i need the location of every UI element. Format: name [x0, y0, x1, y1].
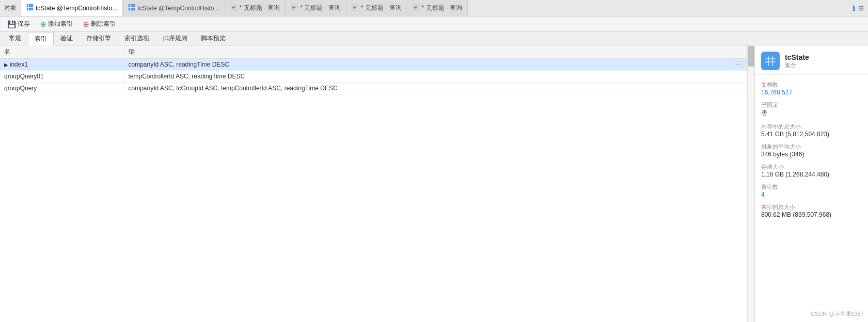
row2-key: tempControllerId ASC, readingTime DESC [124, 71, 747, 83]
collection-header: tcState 集合 [755, 45, 868, 75]
grid-icon[interactable]: ⊞ [858, 4, 864, 12]
row3-key: companyId ASC, tcGroupId ASC, tempContro… [124, 83, 747, 94]
tab-bar: 对象 tcState @TempControlHisto... tcSt [0, 0, 868, 17]
tab-storage-engine[interactable]: 存储引擎 [80, 31, 118, 45]
stat-pinned: 已固定 否 [761, 101, 862, 118]
table-row[interactable]: ▶ index1 companyId ASC, readingTime DESC… [0, 59, 747, 71]
save-button[interactable]: 💾 保存 [4, 19, 33, 29]
col-key-header: 键 [124, 45, 747, 59]
stat-avg-obj-size: 对象的平均大小 346 bytes (346) [761, 143, 862, 158]
tab-index-options[interactable]: 索引选项 [118, 31, 156, 45]
stat-storage-size: 存储大小 1.18 GB (1,268,244,480) [761, 163, 862, 178]
tab-6[interactable]: * 无标题 - 查询 [407, 0, 468, 16]
collection-icon [761, 52, 780, 70]
delete-index-button[interactable]: ⊖ 删除索引 [80, 19, 119, 29]
col-name-header: 名 [0, 45, 124, 59]
svg-rect-5 [129, 4, 135, 10]
stat-index-count: 索引数 4 [761, 183, 862, 198]
info-icon[interactable]: ℹ [853, 4, 855, 12]
add-index-button[interactable]: ⊕ 添加索引 [37, 19, 76, 29]
toolbar: 💾 保存 ⊕ 添加索引 ⊖ 删除索引 [0, 17, 868, 32]
stat-index-total-size: 索引的总大小 800.62 MB (839,507,968) [761, 203, 862, 218]
tab-validation[interactable]: 验证 [54, 31, 80, 45]
tab-6-label: * 无标题 - 查询 [422, 4, 463, 12]
right-panel: tcState 集合 文档数 16,768,527 已固定 否 内存中的总大小 … [754, 45, 868, 322]
main-container: 名 键 ▶ index1 companyId ASC, readingTime … [0, 45, 868, 322]
add-icon: ⊕ [40, 20, 46, 28]
query-icon-4 [291, 4, 298, 12]
tab-bar-right-icons: ℹ ⊞ [848, 0, 868, 16]
tab-2[interactable]: tcState @TempControlHisto... [123, 0, 225, 16]
delete-icon: ⊖ [83, 20, 89, 28]
table-icon-1 [26, 4, 34, 12]
row1-key: companyId ASC, readingTime DESC ··· [124, 59, 747, 71]
tab-index[interactable]: 索引 [28, 32, 54, 46]
query-icon-5 [352, 4, 359, 12]
tab-5-label: * 无标题 - 查询 [361, 4, 402, 12]
scrollbar-thumb[interactable] [748, 46, 754, 67]
tab-row: 常规 索引 验证 存储引擎 索引选项 排序规则 脚本预览 [0, 32, 868, 45]
left-panel: 名 键 ▶ index1 companyId ASC, readingTime … [0, 45, 754, 322]
tab-3-label: * 无标题 - 查询 [240, 4, 280, 12]
tab-script-preview[interactable]: 脚本预览 [194, 31, 232, 45]
collection-name: tcState [785, 53, 809, 61]
dots-button[interactable]: ··· [733, 61, 743, 68]
tab-5[interactable]: * 无标题 - 查询 [346, 0, 407, 16]
save-icon: 💾 [7, 20, 16, 28]
table-row[interactable]: qroupQuery companyId ASC, tcGroupId ASC,… [0, 83, 747, 94]
tab-1-label: tcState @TempControlHisto... [36, 5, 117, 12]
tab-4-label: * 无标题 - 查询 [300, 4, 341, 12]
tab-4[interactable]: * 无标题 - 查询 [286, 0, 346, 16]
collection-info: tcState 集合 [785, 53, 809, 69]
collection-type: 集合 [785, 61, 809, 69]
tab-collation[interactable]: 排序规则 [156, 31, 194, 45]
scrollbar[interactable] [747, 45, 754, 322]
query-icon-3 [230, 4, 238, 12]
tab-general[interactable]: 常规 [2, 31, 28, 45]
row1-name: ▶ index1 [0, 59, 124, 71]
index-table: 名 键 ▶ index1 companyId ASC, readingTime … [0, 45, 747, 94]
table-row[interactable]: qroupQuery01 tempControllerId ASC, readi… [0, 71, 747, 83]
tab-2-label: tcState @TempControlHisto... [137, 5, 219, 12]
object-label: 对象 [0, 0, 21, 16]
svg-rect-0 [27, 4, 33, 10]
table-icon-2 [128, 4, 135, 12]
svg-rect-26 [765, 56, 776, 66]
stats-body: 文档数 16,768,527 已固定 否 内存中的总大小 5.41 GB (5,… [755, 75, 868, 322]
row2-name: qroupQuery01 [0, 71, 124, 83]
row3-name: qroupQuery [0, 83, 124, 94]
stat-memory-size: 内存中的总大小 5.41 GB (5,812,504,823) [761, 123, 862, 138]
query-icon-6 [413, 4, 420, 12]
index-table-container: 名 键 ▶ index1 companyId ASC, readingTime … [0, 45, 747, 322]
stat-doc-count: 文档数 16,768,527 [761, 81, 862, 96]
row-arrow: ▶ [4, 62, 10, 68]
watermark: CSDN @小苹果1357 [811, 310, 864, 318]
tab-1[interactable]: tcState @TempControlHisto... [21, 0, 123, 17]
tab-3[interactable]: * 无标题 - 查询 [225, 0, 286, 16]
